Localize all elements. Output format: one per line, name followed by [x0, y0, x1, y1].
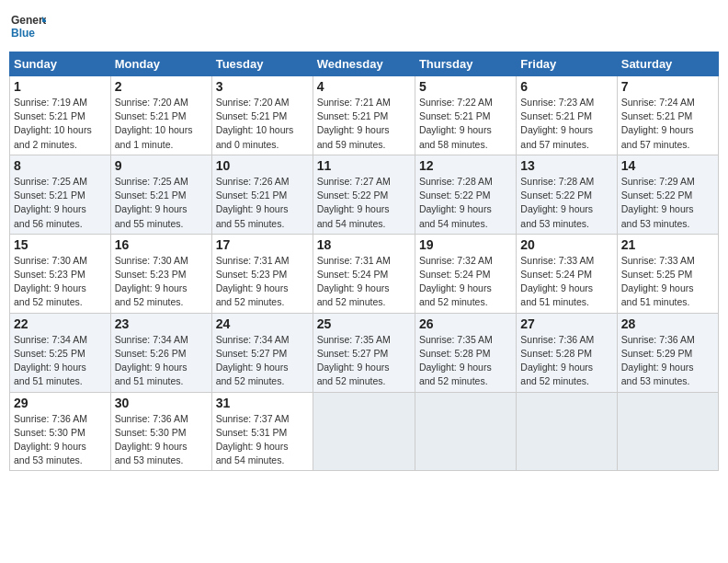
day-cell: 9Sunrise: 7:25 AMSunset: 5:21 PMDaylight… — [110, 155, 211, 234]
day-cell: 25Sunrise: 7:35 AMSunset: 5:27 PMDayligh… — [313, 313, 415, 392]
day-number: 14 — [621, 158, 714, 173]
day-cell: 2Sunrise: 7:20 AMSunset: 5:21 PMDaylight… — [110, 76, 211, 155]
page-header: General Blue — [9, 9, 719, 46]
day-number: 12 — [419, 158, 512, 173]
day-number: 29 — [14, 396, 107, 410]
day-info: Sunrise: 7:20 AMSunset: 5:21 PMDaylight:… — [216, 96, 309, 152]
day-info: Sunrise: 7:27 AMSunset: 5:22 PMDaylight:… — [317, 175, 411, 231]
day-info: Sunrise: 7:21 AMSunset: 5:21 PMDaylight:… — [317, 96, 411, 152]
day-cell: 14Sunrise: 7:29 AMSunset: 5:22 PMDayligh… — [617, 155, 718, 234]
day-number: 31 — [216, 396, 309, 410]
day-cell: 7Sunrise: 7:24 AMSunset: 5:21 PMDaylight… — [617, 76, 718, 155]
day-number: 22 — [14, 316, 107, 331]
day-number: 16 — [115, 237, 208, 252]
day-number: 28 — [621, 316, 714, 331]
day-info: Sunrise: 7:32 AMSunset: 5:24 PMDaylight:… — [419, 254, 512, 310]
day-cell: 19Sunrise: 7:32 AMSunset: 5:24 PMDayligh… — [415, 234, 516, 313]
day-info: Sunrise: 7:28 AMSunset: 5:22 PMDaylight:… — [520, 175, 612, 231]
day-info: Sunrise: 7:26 AMSunset: 5:21 PMDaylight:… — [216, 175, 309, 231]
day-number: 18 — [317, 237, 411, 252]
svg-text:General: General — [11, 14, 46, 27]
day-cell: 26Sunrise: 7:35 AMSunset: 5:28 PMDayligh… — [415, 313, 516, 392]
day-cell — [517, 392, 617, 471]
day-number: 7 — [621, 79, 714, 94]
day-number: 23 — [115, 316, 208, 331]
day-cell: 21Sunrise: 7:33 AMSunset: 5:25 PMDayligh… — [617, 234, 718, 313]
day-number: 19 — [419, 237, 512, 252]
day-cell: 5Sunrise: 7:22 AMSunset: 5:21 PMDaylight… — [415, 76, 516, 155]
day-cell: 24Sunrise: 7:34 AMSunset: 5:27 PMDayligh… — [211, 313, 313, 392]
day-cell: 15Sunrise: 7:30 AMSunset: 5:23 PMDayligh… — [10, 234, 111, 313]
day-info: Sunrise: 7:31 AMSunset: 5:23 PMDaylight:… — [216, 254, 309, 310]
day-number: 30 — [115, 396, 208, 410]
day-cell: 6Sunrise: 7:23 AMSunset: 5:21 PMDaylight… — [517, 76, 617, 155]
day-cell: 29Sunrise: 7:36 AMSunset: 5:30 PMDayligh… — [10, 392, 111, 471]
calendar-table: SundayMondayTuesdayWednesdayThursdayFrid… — [9, 52, 719, 471]
day-info: Sunrise: 7:30 AMSunset: 5:23 PMDaylight:… — [115, 254, 208, 310]
day-cell: 17Sunrise: 7:31 AMSunset: 5:23 PMDayligh… — [211, 234, 313, 313]
day-info: Sunrise: 7:31 AMSunset: 5:24 PMDaylight:… — [317, 254, 411, 310]
day-info: Sunrise: 7:36 AMSunset: 5:30 PMDaylight:… — [115, 412, 208, 468]
day-cell: 23Sunrise: 7:34 AMSunset: 5:26 PMDayligh… — [110, 313, 211, 392]
day-cell: 1Sunrise: 7:19 AMSunset: 5:21 PMDaylight… — [10, 76, 111, 155]
day-cell: 18Sunrise: 7:31 AMSunset: 5:24 PMDayligh… — [313, 234, 415, 313]
day-header-wednesday: Wednesday — [313, 52, 415, 76]
day-number: 4 — [317, 79, 411, 94]
day-info: Sunrise: 7:35 AMSunset: 5:28 PMDaylight:… — [419, 333, 512, 389]
svg-text:Blue: Blue — [11, 27, 35, 40]
day-info: Sunrise: 7:34 AMSunset: 5:25 PMDaylight:… — [14, 333, 107, 389]
day-number: 10 — [216, 158, 309, 173]
week-row-1: 1Sunrise: 7:19 AMSunset: 5:21 PMDaylight… — [10, 76, 719, 155]
day-info: Sunrise: 7:34 AMSunset: 5:27 PMDaylight:… — [216, 333, 309, 389]
day-cell: 12Sunrise: 7:28 AMSunset: 5:22 PMDayligh… — [415, 155, 516, 234]
day-info: Sunrise: 7:29 AMSunset: 5:22 PMDaylight:… — [621, 175, 714, 231]
day-cell — [313, 392, 415, 471]
day-header-monday: Monday — [110, 52, 211, 76]
day-info: Sunrise: 7:28 AMSunset: 5:22 PMDaylight:… — [419, 175, 512, 231]
day-cell: 20Sunrise: 7:33 AMSunset: 5:24 PMDayligh… — [517, 234, 617, 313]
day-number: 21 — [621, 237, 714, 252]
day-number: 27 — [520, 316, 612, 331]
day-info: Sunrise: 7:30 AMSunset: 5:23 PMDaylight:… — [14, 254, 107, 310]
day-cell: 8Sunrise: 7:25 AMSunset: 5:21 PMDaylight… — [10, 155, 111, 234]
day-number: 17 — [216, 237, 309, 252]
day-info: Sunrise: 7:35 AMSunset: 5:27 PMDaylight:… — [317, 333, 411, 389]
day-header-saturday: Saturday — [617, 52, 718, 76]
week-row-4: 22Sunrise: 7:34 AMSunset: 5:25 PMDayligh… — [10, 313, 719, 392]
day-info: Sunrise: 7:19 AMSunset: 5:21 PMDaylight:… — [14, 96, 107, 152]
day-number: 11 — [317, 158, 411, 173]
day-info: Sunrise: 7:22 AMSunset: 5:21 PMDaylight:… — [419, 96, 512, 152]
day-info: Sunrise: 7:36 AMSunset: 5:29 PMDaylight:… — [621, 333, 714, 389]
day-number: 8 — [14, 158, 107, 173]
day-number: 25 — [317, 316, 411, 331]
day-cell — [415, 392, 516, 471]
day-cell: 4Sunrise: 7:21 AMSunset: 5:21 PMDaylight… — [313, 76, 415, 155]
day-number: 3 — [216, 79, 309, 94]
day-header-friday: Friday — [517, 52, 617, 76]
day-number: 13 — [520, 158, 612, 173]
day-number: 24 — [216, 316, 309, 331]
day-number: 15 — [14, 237, 107, 252]
day-number: 1 — [14, 79, 107, 94]
calendar-body: 1Sunrise: 7:19 AMSunset: 5:21 PMDaylight… — [10, 76, 719, 471]
day-number: 5 — [419, 79, 512, 94]
day-header-sunday: Sunday — [10, 52, 111, 76]
day-info: Sunrise: 7:36 AMSunset: 5:30 PMDaylight:… — [14, 412, 107, 468]
day-info: Sunrise: 7:33 AMSunset: 5:25 PMDaylight:… — [621, 254, 714, 310]
day-info: Sunrise: 7:20 AMSunset: 5:21 PMDaylight:… — [115, 96, 208, 152]
day-info: Sunrise: 7:25 AMSunset: 5:21 PMDaylight:… — [115, 175, 208, 231]
day-number: 26 — [419, 316, 512, 331]
day-cell: 11Sunrise: 7:27 AMSunset: 5:22 PMDayligh… — [313, 155, 415, 234]
day-number: 9 — [115, 158, 208, 173]
week-row-3: 15Sunrise: 7:30 AMSunset: 5:23 PMDayligh… — [10, 234, 719, 313]
day-number: 20 — [520, 237, 612, 252]
logo-svg: General Blue — [9, 9, 46, 46]
day-cell: 22Sunrise: 7:34 AMSunset: 5:25 PMDayligh… — [10, 313, 111, 392]
day-cell — [617, 392, 718, 471]
day-cell: 27Sunrise: 7:36 AMSunset: 5:28 PMDayligh… — [517, 313, 617, 392]
week-row-5: 29Sunrise: 7:36 AMSunset: 5:30 PMDayligh… — [10, 392, 719, 471]
day-info: Sunrise: 7:33 AMSunset: 5:24 PMDaylight:… — [520, 254, 612, 310]
day-info: Sunrise: 7:34 AMSunset: 5:26 PMDaylight:… — [115, 333, 208, 389]
day-number: 2 — [115, 79, 208, 94]
day-header-tuesday: Tuesday — [211, 52, 313, 76]
